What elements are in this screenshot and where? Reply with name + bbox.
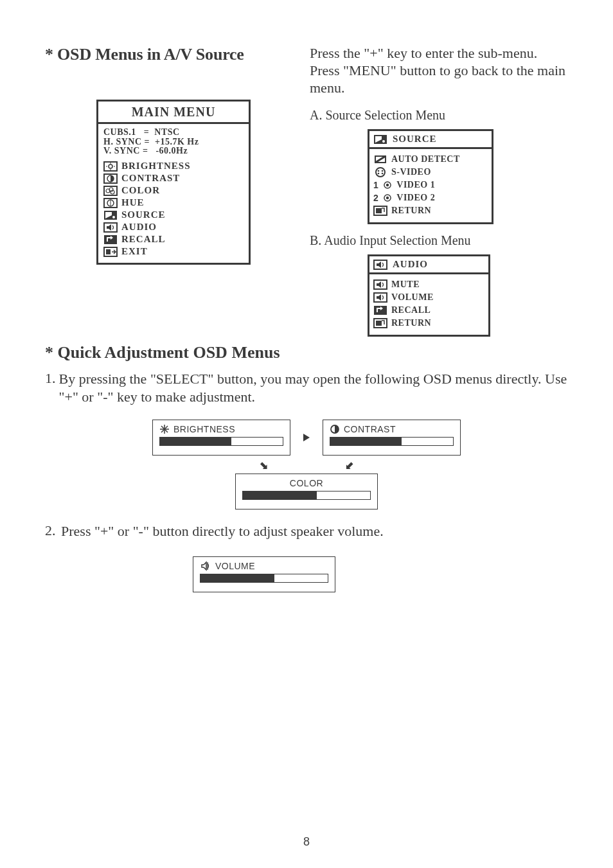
contrast-box: CONTRAST xyxy=(323,420,461,456)
brightness-icon xyxy=(103,161,118,172)
audio-icon xyxy=(373,260,387,270)
speaker-icon xyxy=(200,561,211,571)
recall-icon xyxy=(103,235,118,245)
item-label: RETURN xyxy=(391,206,431,216)
b-label: B. Audio Input Selection Menu xyxy=(310,233,568,248)
step1-text: By pressing the "SELECT" button, you may… xyxy=(59,370,569,405)
step2-text: Press "+" or "-" button directly to adju… xyxy=(61,522,384,540)
source-item-return: RETURN xyxy=(373,204,488,217)
audio-item-recall: RECALL xyxy=(373,304,484,317)
intro-text: Press the "+" key to enter the sub-menu.… xyxy=(310,45,568,96)
source-item-video1: 1 VIDEO 1 xyxy=(373,179,488,191)
arrow-down-right-icon: ⬋ xyxy=(345,459,353,470)
menu-label: SOURCE xyxy=(121,209,166,220)
source-item-svideo: S-VIDEO xyxy=(373,166,488,179)
item-label: S-VIDEO xyxy=(391,167,431,177)
hue-icon xyxy=(103,198,118,208)
item-label: RETURN xyxy=(391,318,431,328)
autodetect-icon xyxy=(373,154,387,164)
menu-label: BRIGHTNESS xyxy=(121,161,191,172)
item-label: VIDEO 2 xyxy=(396,193,435,203)
audio-item-volume: VOLUME xyxy=(373,291,484,304)
box-label: COLOR xyxy=(290,478,323,488)
osd-av-title: * OSD Menus in A/V Source xyxy=(45,45,303,64)
menu-item-hue: HUE xyxy=(103,197,244,209)
menu-item-brightness: BRIGHTNESS xyxy=(103,160,244,172)
video2-icon xyxy=(382,193,393,203)
menu-item-recall: RECALL xyxy=(103,233,244,245)
step1-num: 1. xyxy=(45,370,56,420)
menu-label: COLOR xyxy=(121,185,160,196)
brightness-icon xyxy=(159,424,170,434)
recall-icon xyxy=(373,305,387,315)
menu-label: RECALL xyxy=(121,234,166,245)
source-icon xyxy=(373,134,387,145)
box-label: VOLUME xyxy=(215,561,255,571)
main-menu-box: MAIN MENU CUBS.1 = NTSC H. SYNC = +15.7K… xyxy=(96,100,251,265)
return-icon xyxy=(373,206,387,216)
color-icon xyxy=(103,186,118,196)
item-label: MUTE xyxy=(391,279,420,290)
page-number: 8 xyxy=(0,835,613,849)
item-label: RECALL xyxy=(391,305,431,315)
submenu-title: SOURCE xyxy=(393,134,437,145)
contrast-icon xyxy=(103,173,118,184)
quick-adjust-diagram: BRIGHTNESS CONTRAST ⬊ ⬋ COLOR xyxy=(152,420,461,509)
menu-item-exit: EXIT xyxy=(103,245,244,258)
volume-fill xyxy=(200,574,274,582)
audio-submenu: AUDIO MUTE VOLUME RECALL xyxy=(368,254,490,337)
sync-info: CUBS.1 = NTSC H. SYNC = +15.7K Hz V. SYN… xyxy=(103,128,244,156)
main-menu-title: MAIN MENU xyxy=(96,100,251,122)
brightness-box: BRIGHTNESS xyxy=(152,420,290,456)
mute-icon xyxy=(373,279,387,290)
brightness-fill xyxy=(160,438,231,445)
color-box: COLOR xyxy=(235,474,378,509)
menu-item-source: SOURCE xyxy=(103,209,244,221)
a-label: A. Source Selection Menu xyxy=(310,108,568,123)
source-icon xyxy=(103,210,118,220)
box-label: CONTRAST xyxy=(344,424,396,434)
menu-item-audio: AUDIO xyxy=(103,221,244,233)
box-label: BRIGHTNESS xyxy=(173,424,235,434)
item-label: VOLUME xyxy=(391,292,434,303)
arrow-right-icon xyxy=(303,434,310,441)
item-label: AUTO DETECT xyxy=(391,154,460,164)
source-submenu: SOURCE AUTO DETECT S-VIDEO 1 VIDEO 1 xyxy=(368,129,493,224)
menu-label: HUE xyxy=(121,197,145,208)
audio-icon xyxy=(103,222,118,233)
audio-item-return: RETURN xyxy=(373,317,484,330)
submenu-title: AUDIO xyxy=(393,259,428,270)
contrast-icon xyxy=(330,424,340,434)
menu-label: AUDIO xyxy=(121,222,157,233)
source-item-video2: 2 VIDEO 2 xyxy=(373,191,488,204)
contrast-fill xyxy=(330,438,402,445)
return-icon xyxy=(373,318,387,328)
item-label: VIDEO 1 xyxy=(396,180,435,190)
menu-label: EXIT xyxy=(121,246,148,257)
prefix-1: 1 xyxy=(373,180,378,190)
volume-box: VOLUME xyxy=(193,556,335,592)
color-fill xyxy=(243,492,317,499)
menu-label: CONTRAST xyxy=(121,173,180,184)
exit-icon xyxy=(103,247,118,257)
quick-adjust-title: * Quick Adjustment OSD Menus xyxy=(45,343,568,362)
arrow-down-left-icon: ⬊ xyxy=(260,459,268,470)
menu-item-color: COLOR xyxy=(103,184,244,197)
audio-item-mute: MUTE xyxy=(373,278,484,291)
menu-item-contrast: CONTRAST xyxy=(103,172,244,184)
volume-icon xyxy=(373,292,387,303)
prefix-2: 2 xyxy=(373,193,378,203)
step2-num: 2. xyxy=(45,522,58,547)
video1-icon xyxy=(382,180,393,190)
source-item-autodetect: AUTO DETECT xyxy=(373,153,488,166)
svideo-icon xyxy=(373,167,387,177)
